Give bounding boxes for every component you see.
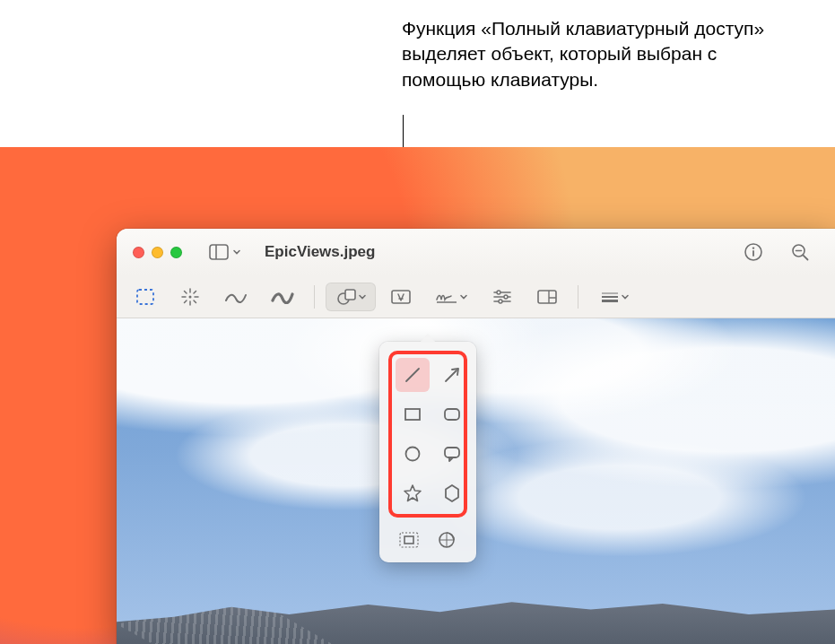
sliders-icon (491, 289, 513, 305)
zoom-window-button[interactable] (170, 247, 182, 258)
shape-oval-button[interactable] (396, 437, 430, 471)
shape-hexagon-button[interactable] (435, 476, 469, 510)
svg-rect-37 (445, 409, 459, 420)
shapes-popover (379, 342, 476, 562)
svg-line-34 (406, 369, 419, 381)
line-style-button[interactable] (589, 283, 639, 311)
star-icon (402, 483, 423, 504)
selection-tool-button[interactable] (126, 283, 165, 311)
sidebar-icon (209, 244, 229, 260)
close-window-button[interactable] (133, 247, 144, 258)
svg-rect-19 (345, 290, 355, 300)
sidebar-toggle-button[interactable] (204, 240, 247, 264)
minimize-window-button[interactable] (152, 247, 163, 258)
markup-toolbar (117, 275, 835, 318)
shapes-icon (335, 288, 357, 306)
keyboard-focus-ring (388, 351, 467, 518)
text-box-icon (390, 288, 412, 306)
draw-icon (271, 290, 294, 304)
svg-point-27 (499, 300, 502, 303)
svg-rect-41 (404, 536, 413, 544)
chevron-down-icon (621, 292, 630, 301)
highlight-mask-button[interactable] (392, 527, 426, 553)
svg-line-16 (185, 300, 187, 303)
toolbar-separator (314, 285, 315, 309)
rounded-rectangle-icon (441, 404, 463, 425)
magic-wand-icon (180, 287, 200, 307)
instant-alpha-button[interactable] (170, 283, 210, 311)
traffic-lights (133, 247, 182, 258)
arrow-icon (441, 364, 463, 386)
svg-rect-40 (400, 533, 418, 547)
svg-point-25 (497, 291, 500, 294)
shape-roundrect-button[interactable] (435, 397, 469, 431)
chevron-down-icon (459, 292, 468, 301)
chevron-down-icon (232, 248, 241, 257)
svg-rect-28 (538, 291, 556, 303)
sketch-tool-button[interactable] (215, 283, 257, 311)
document-title: EpicViews.jpeg (265, 243, 375, 261)
mask-icon (398, 531, 420, 549)
speech-bubble-icon (441, 443, 463, 465)
shape-arrow-button[interactable] (435, 358, 469, 392)
toolbar-separator (578, 285, 578, 309)
svg-rect-39 (445, 448, 459, 457)
resize-icon (536, 289, 558, 305)
zoom-out-button[interactable] (787, 239, 813, 265)
draw-tool-button[interactable] (262, 283, 303, 311)
sketch-icon (224, 290, 248, 304)
svg-line-14 (194, 300, 196, 303)
oval-icon (402, 443, 423, 465)
popover-bottom-row (388, 525, 467, 553)
shape-speech-button[interactable] (435, 437, 469, 471)
preview-window: EpicViews.jpeg (117, 229, 835, 644)
svg-rect-20 (392, 291, 410, 303)
svg-line-35 (446, 370, 457, 381)
info-button[interactable] (740, 239, 767, 265)
chevron-down-icon (358, 292, 367, 301)
svg-point-38 (406, 448, 420, 461)
adjust-size-button[interactable] (527, 283, 567, 311)
svg-point-26 (504, 295, 508, 299)
svg-rect-0 (210, 245, 228, 259)
svg-line-15 (194, 291, 196, 293)
adjust-color-button[interactable] (483, 283, 522, 311)
callout-text: Функция «Полный клавиатурный доступ» выд… (402, 16, 805, 92)
svg-point-3 (752, 247, 754, 248)
shape-star-button[interactable] (396, 476, 430, 510)
rectangle-icon (402, 404, 423, 425)
line-weight-icon (600, 291, 620, 303)
svg-point-17 (189, 295, 192, 298)
hexagon-icon (441, 483, 463, 504)
svg-line-6 (803, 255, 807, 259)
shape-rect-button[interactable] (396, 397, 430, 431)
selection-rect-icon (135, 288, 155, 306)
svg-rect-8 (137, 290, 153, 304)
signature-icon (435, 289, 458, 305)
svg-line-13 (185, 291, 187, 293)
zoom-out-icon (790, 242, 810, 262)
loupe-button[interactable] (430, 527, 464, 553)
shapes-tool-button[interactable] (326, 283, 376, 311)
svg-rect-36 (405, 409, 420, 420)
loupe-icon (437, 530, 457, 550)
info-icon (744, 242, 763, 262)
shape-line-button[interactable] (396, 358, 430, 392)
sign-tool-button[interactable] (426, 283, 477, 311)
line-icon (402, 364, 423, 386)
text-tool-button[interactable] (381, 283, 421, 311)
svg-rect-4 (752, 250, 754, 257)
titlebar: EpicViews.jpeg (117, 229, 835, 275)
